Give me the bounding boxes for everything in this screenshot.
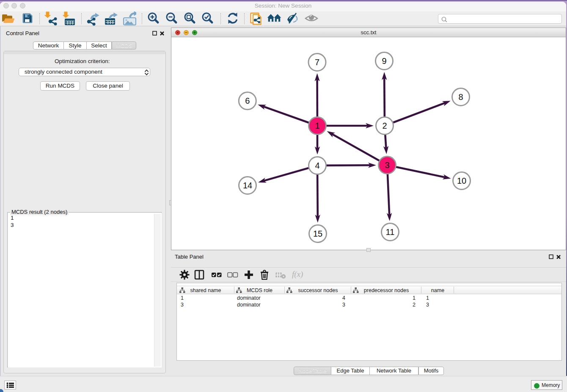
svg-text:8: 8 xyxy=(458,92,463,102)
svg-text:10: 10 xyxy=(457,176,466,185)
svg-text:1: 1 xyxy=(315,121,319,130)
svg-text:15: 15 xyxy=(313,229,322,238)
svg-text:11: 11 xyxy=(386,227,395,237)
svg-text:4: 4 xyxy=(315,161,319,170)
svg-text:7: 7 xyxy=(315,58,319,67)
svg-text:3: 3 xyxy=(385,160,389,170)
svg-text:9: 9 xyxy=(382,56,386,66)
svg-text:2: 2 xyxy=(382,121,387,130)
svg-text:6: 6 xyxy=(245,96,250,105)
svg-text:14: 14 xyxy=(243,181,252,190)
